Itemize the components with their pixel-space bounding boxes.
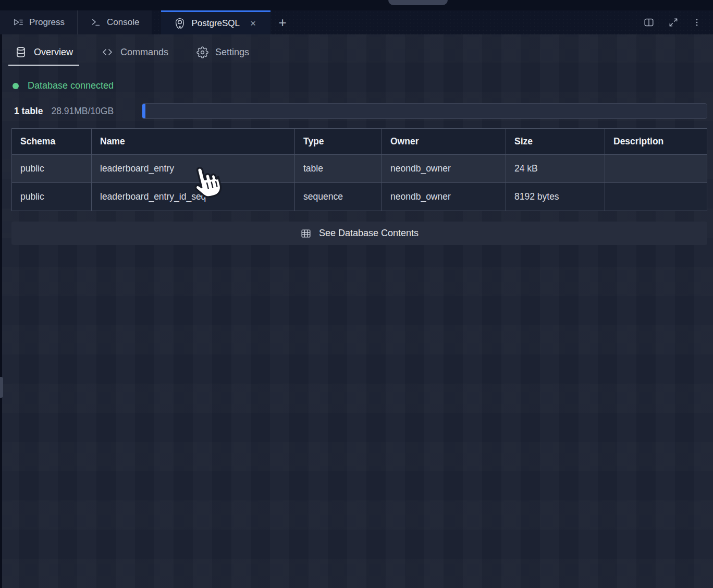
pane-tab-bar: Progress Console PostgreSQL × xyxy=(0,10,713,34)
tab-settings[interactable]: Settings xyxy=(193,40,252,65)
cell-description xyxy=(605,155,707,183)
tab-overview[interactable]: Overview xyxy=(11,40,76,65)
column-header-description: Description xyxy=(605,129,707,155)
close-icon[interactable]: × xyxy=(248,17,258,29)
pane-controls xyxy=(643,10,713,34)
terminal-icon xyxy=(90,17,102,28)
tab-label: PostgreSQL xyxy=(191,18,240,29)
tab-console[interactable]: Console xyxy=(78,10,152,34)
cell-schema: public xyxy=(12,183,92,211)
postgresql-icon xyxy=(174,17,186,30)
subtab-label: Commands xyxy=(120,47,168,58)
tab-postgresql[interactable]: PostgreSQL × xyxy=(161,10,271,34)
cell-type: sequence xyxy=(295,183,382,211)
cell-type: table xyxy=(295,155,382,183)
cell-schema: public xyxy=(12,155,92,183)
progress-icon xyxy=(13,17,24,28)
db-objects-table: Schema Name Type Owner Size Description … xyxy=(11,128,707,211)
cell-name[interactable]: leaderboard_entry xyxy=(92,155,295,183)
column-header-schema: Schema xyxy=(12,129,92,155)
storage-progress-fill xyxy=(142,104,145,118)
resize-handle[interactable] xyxy=(0,377,3,398)
subtab-label: Settings xyxy=(215,47,249,58)
table-header-row: Schema Name Type Owner Size Description xyxy=(12,129,707,155)
window-drag-handle[interactable] xyxy=(388,0,448,5)
storage-usage: 28.91MB/10GB xyxy=(51,106,114,117)
code-icon xyxy=(101,46,114,58)
cell-size: 8192 bytes xyxy=(506,183,605,211)
split-view-icon[interactable] xyxy=(643,17,655,28)
new-tab-button[interactable]: + xyxy=(271,10,294,34)
table-row[interactable]: public leaderboard_entry table neondb_ow… xyxy=(12,155,707,183)
tab-gap xyxy=(152,10,161,34)
expand-icon[interactable] xyxy=(668,17,679,28)
column-header-owner: Owner xyxy=(382,129,506,155)
button-label: See Database Contents xyxy=(319,228,419,239)
column-header-type: Type xyxy=(295,129,382,155)
storage-progress-bar xyxy=(142,103,707,119)
column-header-size: Size xyxy=(506,129,605,155)
connection-status: Database connected xyxy=(13,80,114,91)
tab-commands[interactable]: Commands xyxy=(98,40,171,65)
left-edge xyxy=(0,34,2,588)
tab-label: Progress xyxy=(29,17,65,28)
cell-owner: neondb_owner xyxy=(382,183,506,211)
tables-count: 1 table xyxy=(14,106,43,117)
status-dot-icon xyxy=(13,83,19,89)
table-row[interactable]: public leaderboard_entry_id_seq sequence… xyxy=(12,183,707,211)
tab-progress[interactable]: Progress xyxy=(0,10,78,34)
window-top-strip xyxy=(0,0,713,10)
tab-label: Console xyxy=(107,17,139,28)
storage-summary: 1 table 28.91MB/10GB xyxy=(14,103,707,119)
database-icon xyxy=(15,46,27,58)
subtab-label: Overview xyxy=(34,47,73,58)
see-database-contents-button[interactable]: See Database Contents xyxy=(11,222,707,245)
tables-list: Schema Name Type Owner Size Description … xyxy=(11,128,707,211)
status-message: Database connected xyxy=(28,80,114,91)
column-header-name: Name xyxy=(92,129,295,155)
table-grid-icon xyxy=(300,228,312,239)
cell-owner: neondb_owner xyxy=(382,155,506,183)
overview-panel: Overview Commands Settings xyxy=(0,34,713,588)
section-tabs: Overview Commands Settings xyxy=(11,40,252,65)
cell-size: 24 kB xyxy=(506,155,605,183)
cell-name[interactable]: leaderboard_entry_id_seq xyxy=(92,183,295,211)
postgresql-panel: Progress Console PostgreSQL × xyxy=(0,0,713,588)
kebab-menu-icon[interactable] xyxy=(692,17,702,28)
gear-icon xyxy=(196,46,208,58)
cell-description xyxy=(605,183,707,211)
